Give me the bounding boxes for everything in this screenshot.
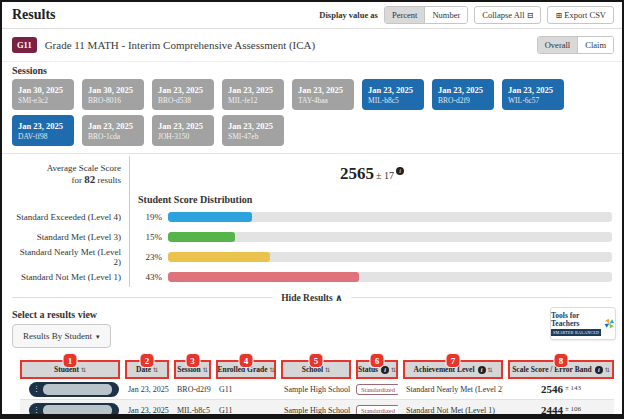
average-scale-score-label: Average Scale Score for 82 results	[12, 156, 130, 192]
session-button[interactable]: Jan 23, 2025DAV-ff98	[12, 115, 74, 146]
session-button[interactable]: Jan 23, 2025TAY-4baa	[292, 79, 354, 110]
level-2-label: Standard Nearly Met (Level 2)	[12, 247, 130, 267]
column-header-achievement-level[interactable]: 7 Achievement Leveli⇅	[403, 360, 503, 379]
distribution-title: Student Score Distribution	[138, 194, 252, 205]
annotation-badge: 1	[63, 353, 78, 368]
results-summary: Average Scale Score for 82 results 2565±…	[2, 154, 622, 289]
sort-icon: ⇅	[325, 366, 330, 373]
assessment-title: Grade 11 MATH - Interim Comprehensive As…	[45, 39, 537, 51]
sort-icon: ⇅	[488, 366, 493, 373]
top-bar-controls: Display value as Percent Number Collapse…	[319, 6, 614, 24]
row-date: Jan 23, 2025	[125, 385, 169, 394]
level-4-percent: 19%	[130, 212, 162, 222]
annotation-badge: 3	[185, 353, 200, 368]
column-header-school[interactable]: 5 School⇅	[281, 360, 351, 379]
level-1-percent: 43%	[130, 272, 162, 282]
student-name-button[interactable]: ⋮	[29, 382, 119, 397]
grip-icon: ⋮	[33, 407, 40, 414]
sort-icon: ⇅	[391, 366, 396, 373]
sort-icon: ⇅	[81, 366, 86, 373]
annotation-badge: 5	[309, 353, 324, 368]
overall-claim-toggle: Overall Claim	[537, 36, 614, 54]
row-enrolled-grade: G11	[216, 385, 276, 394]
collapse-all-button[interactable]: Collapse All ⊟	[474, 6, 541, 24]
row-school: Sample High School	[281, 385, 351, 394]
level-1-label: Standard Not Met (Level 1)	[12, 267, 130, 287]
tools-for-teachers-logo[interactable]: Tools for Teachers SMARTER BALANCED	[550, 307, 616, 340]
session-button[interactable]: Jan 30, 2025SMI-e3c2	[12, 79, 74, 110]
sort-icon: ⇅	[153, 366, 158, 373]
chevron-up-icon: ∧	[335, 293, 343, 303]
session-button[interactable]: Jan 23, 2025MIL-b8c5	[362, 79, 424, 110]
sort-icon: ⇅	[203, 366, 208, 373]
hide-results-button[interactable]: Hide Results ∧	[281, 292, 343, 303]
info-icon[interactable]: i	[478, 366, 486, 374]
annotation-badge: 4	[239, 353, 254, 368]
top-bar: Results Display value as Percent Number …	[2, 2, 622, 29]
status-badge: Standardized	[356, 384, 398, 395]
sort-icon: ⇅	[605, 366, 610, 373]
session-button[interactable]: Jan 23, 2025JOH-3150	[152, 115, 214, 146]
info-icon[interactable]: i	[396, 167, 404, 175]
row-session: BRO-d2f9	[174, 385, 211, 394]
sessions-grid: Jan 30, 2025SMI-e3c2 Jan 30, 2025BRO-801…	[12, 79, 612, 146]
level-2-percent: 23%	[130, 252, 162, 262]
column-header-student[interactable]: 1 Student⇅	[20, 360, 120, 379]
average-scale-score-value: 2565± 17i	[130, 164, 614, 184]
results-table: 1 Student⇅ 2 Date⇅ 3 Session⇅ 4 Enrolled…	[20, 360, 614, 419]
session-button[interactable]: Jan 23, 2025WIL-6c57	[502, 79, 564, 110]
row-enrolled-grade: G11	[216, 406, 276, 415]
level-4-label: Standard Exceeded (Level 4)	[12, 207, 130, 227]
claim-tab[interactable]: Claim	[577, 37, 613, 53]
results-page: Results Display value as Percent Number …	[0, 0, 624, 419]
page-title: Results	[12, 7, 56, 23]
annotation-badge: 8	[554, 353, 569, 368]
export-csv-button[interactable]: ⊞ Export CSV	[547, 6, 614, 24]
display-value-toggle: Percent Number	[384, 6, 468, 24]
row-school: Sample High School	[281, 406, 351, 415]
results-count: 82	[84, 173, 95, 185]
row-scale-score: 2546± 143	[508, 383, 614, 395]
column-header-status[interactable]: 6 Statusi⇅	[356, 360, 398, 379]
session-button[interactable]: Jan 23, 2025BRO-d538	[152, 79, 214, 110]
status-badge: Standardized	[356, 405, 398, 416]
level-2-bar	[168, 252, 612, 262]
session-button[interactable]: Jan 23, 2025BRO-d2f9	[432, 79, 494, 110]
level-4-bar	[168, 212, 612, 222]
level-3-percent: 15%	[130, 232, 162, 242]
column-header-date[interactable]: 2 Date⇅	[125, 360, 169, 379]
column-header-session[interactable]: 3 Session⇅	[174, 360, 211, 379]
row-date: Jan 23, 2025	[125, 406, 169, 415]
sort-icon: ⇅	[270, 366, 275, 373]
session-button[interactable]: Jan 30, 2025BRO-8016	[82, 79, 144, 110]
student-name-button[interactable]: ⋮	[29, 403, 119, 418]
percent-button[interactable]: Percent	[385, 7, 425, 23]
level-3-bar	[168, 232, 612, 242]
table-icon: ⊞	[555, 11, 562, 20]
row-scale-score: 2444± 106	[508, 404, 614, 416]
view-selector-area: Select a results view Results By Student…	[2, 305, 622, 348]
pinwheel-icon	[604, 317, 615, 330]
collapse-icon: ⊟	[527, 11, 534, 20]
sessions-label: Sessions	[12, 65, 612, 76]
hide-results-row: Hide Results ∧	[12, 289, 612, 305]
session-button[interactable]: Jan 23, 2025BRO-1cda	[82, 115, 144, 146]
number-button[interactable]: Number	[424, 7, 467, 23]
session-button[interactable]: Jan 23, 2025SMI-47eb	[222, 115, 284, 146]
display-value-label: Display value as	[319, 10, 378, 20]
column-header-enrolled-grade[interactable]: 4 Enrolled Grade⇅	[216, 360, 276, 379]
level-1-bar	[168, 272, 612, 282]
table-header-row: 1 Student⇅ 2 Date⇅ 3 Session⇅ 4 Enrolled…	[20, 360, 614, 379]
redacted-student-name	[43, 405, 112, 416]
distribution-row: Standard Not Met (Level 1) 43%	[12, 267, 614, 287]
row-session: MIL-b8c5	[174, 406, 211, 415]
session-button[interactable]: Jan 23, 2025MIL-fe12	[222, 79, 284, 110]
column-header-scale-score[interactable]: 8 Scale Score / Error Bandi⇅	[508, 360, 614, 379]
level-3-label: Standard Met (Level 3)	[12, 227, 130, 247]
assessment-header: G11 Grade 11 MATH - Interim Comprehensiv…	[2, 29, 622, 62]
row-achievement-level: Standard Nearly Met (Level 2)	[403, 385, 503, 394]
info-icon[interactable]: i	[595, 366, 603, 374]
results-view-dropdown[interactable]: Results By Student▾	[12, 324, 111, 348]
overall-tab[interactable]: Overall	[538, 37, 578, 53]
annotation-badge: 6	[370, 353, 385, 368]
